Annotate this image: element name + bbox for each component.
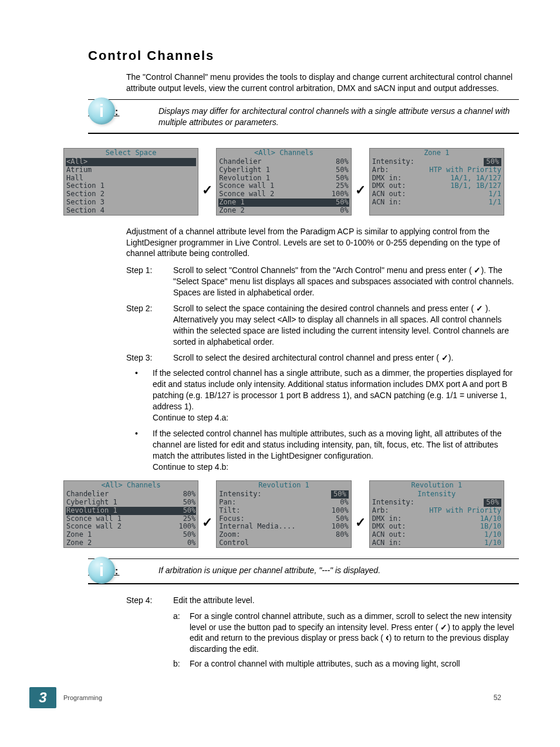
panel-title: Revolution 1 (217, 481, 350, 490)
step-4: Step 4: Edit the attribute level. (126, 595, 519, 606)
panel-row (370, 207, 504, 215)
bullet-body: If the selected control channel has a si… (153, 368, 519, 423)
panel-row: Arb:HTP with Priority (370, 507, 504, 515)
step-label: Step 2: (126, 303, 173, 348)
step-body: Edit the attribute level. (173, 595, 519, 606)
panel-row: Control (217, 539, 350, 547)
step-label: Step 3: (126, 352, 173, 364)
step-4-a: a: For a single control channel attribut… (173, 611, 519, 655)
check-icon: ✓ (202, 181, 212, 199)
intro-paragraph: The "Control Channel" menu provides the … (126, 72, 519, 94)
panel-row: Zone 150% (64, 531, 198, 539)
note-text: If arbitration is unique per channel att… (158, 565, 380, 576)
sub-label: a: (173, 611, 190, 655)
step-label: Step 4: (126, 595, 173, 606)
panel-row: Section 1 (64, 182, 198, 190)
step-3: Step 3: Scroll to select the desired arc… (126, 352, 519, 364)
panel-title: Zone 1 (370, 149, 504, 158)
panel-row: Chandelier80% (64, 490, 198, 499)
panel-row: DMX in:1A/1, 1A/127 (370, 174, 504, 183)
panel-row: Section 4 (64, 207, 198, 215)
check-icon: ✓ (202, 514, 212, 531)
panel-row: Cyberlight 150% (64, 499, 198, 507)
panel-row: Chandelier80% (217, 158, 350, 166)
panel-zone-1: Zone 1Intensity:50%Arb:HTP with Priority… (369, 148, 504, 215)
panel-subtitle: Intensity (370, 490, 504, 499)
screen-panels-row-1: Select Space<All>AtriumHallSection 1Sect… (63, 148, 504, 215)
panel-row: Zone 150% (218, 198, 349, 207)
sub-label: b: (173, 658, 190, 669)
step-body: Scroll to select the desired architectur… (173, 352, 519, 364)
panel-row: ACN out:1/1 (370, 190, 504, 198)
check-icon (441, 353, 448, 362)
panel-row: Revolution 150% (66, 507, 196, 515)
info-icon: i (88, 97, 115, 124)
chapter-label: Programming (63, 694, 102, 702)
bullet-body: If the selected control channel has mult… (153, 428, 519, 473)
panel-select-space: Select Space<All>AtriumHallSection 1Sect… (63, 148, 198, 215)
panel-row: Section 2 (64, 190, 198, 198)
step-body: Scroll to select "Control Channels" from… (173, 265, 519, 298)
step-label: Step 1: (126, 265, 173, 298)
step-1: Step 1: Scroll to select "Control Channe… (126, 265, 519, 298)
panel-row: Arb:HTP with Priority (370, 166, 504, 174)
panel-row: <All> (66, 158, 196, 166)
note-block-2: i Note: If arbitration is unique per cha… (88, 565, 519, 578)
info-icon: i (88, 557, 115, 584)
screen-panels-row-2: <All> ChannelsChandelier80%Cyberlight 15… (63, 480, 504, 547)
panel-row: Sconce wall 2100% (64, 523, 198, 531)
check-icon: ✓ (355, 514, 366, 531)
panel-row: Focus:50% (217, 515, 350, 523)
page-number: 52 (494, 693, 501, 702)
panel-row: Section 3 (64, 198, 198, 207)
sub-body: For a control channel with multiple attr… (190, 658, 519, 669)
panel-row: ACN in:1/10 (370, 539, 504, 547)
panel-row: Revolution 150% (217, 174, 350, 183)
panel-row: ACN out:1/10 (370, 531, 504, 539)
panel-all-channels: <All> ChannelsChandelier80%Cyberlight 15… (216, 148, 351, 215)
panel-row: ACN in:1/1 (370, 198, 504, 207)
panel-all-channels-b: <All> ChannelsChandelier80%Cyberlight 15… (63, 480, 198, 547)
sub-body: For a single control channel attribute, … (190, 611, 519, 655)
panel-row: Sconce wall 2100% (217, 190, 350, 198)
panel-row: Pan:0% (217, 499, 350, 507)
check-icon (440, 622, 447, 632)
bullet-item: • If the selected control channel has mu… (135, 428, 519, 473)
panel-row: DMX in:1A/10 (370, 515, 504, 523)
panel-title: <All> Channels (64, 481, 198, 490)
panel-row: Intensity:50% (370, 158, 504, 166)
panel-revolution-1-intensity: Revolution 1IntensityIntensity:50%Arb:HT… (369, 480, 504, 547)
section-heading: Control Channels (88, 47, 531, 65)
page-footer: 3 Programming 52 (29, 687, 531, 708)
chapter-number-badge: 3 (29, 687, 56, 708)
panel-row: Zone 20% (64, 539, 198, 547)
panel-row: Tilt:100% (217, 507, 350, 515)
step-2: Step 2: Scroll to select the space conta… (126, 303, 519, 348)
panel-row: Atrium (64, 166, 198, 174)
panel-row: Hall (64, 174, 198, 183)
panel-row: Sconce wall 125% (64, 515, 198, 523)
panel-row: Cyberlight 150% (217, 166, 350, 174)
panel-title: Revolution 1 (370, 481, 504, 490)
panel-title: <All> Channels (217, 149, 350, 158)
panel-row: Internal Media....100% (217, 523, 350, 531)
panel-row: DMX out:1B/1, 1B/127 (370, 182, 504, 190)
panel-revolution-1: Revolution 1Intensity:50%Pan:0%Tilt:100%… (216, 480, 351, 547)
check-icon: ✓ (355, 181, 366, 199)
check-icon (476, 304, 483, 313)
bullet-dot: • (135, 368, 153, 423)
panel-row: Zone 20% (217, 207, 350, 215)
check-icon (474, 265, 481, 275)
panel-row: Zoom:80% (217, 531, 350, 539)
panel-title: Select Space (64, 149, 198, 158)
body-paragraph: Adjustment of a channel attribute level … (126, 226, 519, 260)
step-body: Scroll to select the space containing th… (173, 303, 519, 348)
step-4-b: b: For a control channel with multiple a… (173, 658, 519, 669)
note-text: Displays may differ for architectural co… (158, 106, 519, 128)
panel-row: Intensity:50% (370, 499, 504, 507)
note-block-1: i Note: Displays may differ for architec… (88, 106, 519, 128)
bullet-item: • If the selected control channel has a … (135, 368, 519, 423)
panel-row: Sconce wall 125% (217, 182, 350, 190)
panel-row: DMX out:1B/10 (370, 523, 504, 531)
bullet-dot: • (135, 428, 153, 473)
